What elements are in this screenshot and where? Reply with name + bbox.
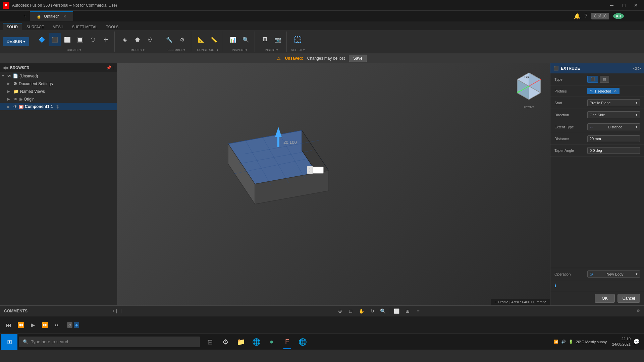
construct-tool-1[interactable]: 📐 bbox=[195, 33, 207, 46]
taper-field[interactable]: 0.0 deg bbox=[587, 147, 640, 154]
zoom-tool[interactable]: 🔍 bbox=[378, 306, 388, 316]
viewport-status: 1 Profile | Area : 6400.00 mm*2 bbox=[491, 299, 550, 305]
insert-label[interactable]: INSERT ▾ bbox=[265, 48, 278, 52]
maximize-button[interactable]: □ bbox=[619, 1, 629, 10]
edge-app[interactable]: 🌐 bbox=[249, 334, 264, 350]
bottom-toolbar: ⊕ □ ✋ ↻ 🔍 ⬜ ⊞ ≡ bbox=[124, 306, 634, 316]
user-avatar[interactable]: KH bbox=[613, 13, 624, 19]
notification-bell[interactable]: 🔔 bbox=[574, 13, 581, 19]
snap-tool[interactable]: ⊕ bbox=[335, 306, 345, 316]
help-icon[interactable]: ? bbox=[585, 13, 588, 19]
panel-expand-icon[interactable]: ▷ bbox=[638, 66, 641, 71]
eye-icon-2[interactable]: 👁 bbox=[13, 97, 17, 102]
construct-tool-2[interactable]: 📏 bbox=[208, 33, 220, 46]
tab-tools[interactable]: TOOLS bbox=[102, 23, 122, 30]
inspect-label[interactable]: INSPECT ▾ bbox=[232, 48, 247, 52]
taskbar-search[interactable]: 🔍 Type here to search bbox=[19, 337, 200, 347]
insert-tool-2[interactable]: 📷 bbox=[272, 33, 284, 46]
keyframe-icon-2[interactable]: ◆ bbox=[74, 322, 79, 328]
modify-tool-2[interactable]: ⬟ bbox=[131, 33, 144, 46]
distance-field[interactable]: 20 mm bbox=[587, 135, 640, 142]
tab-mesh[interactable]: MESH bbox=[49, 23, 67, 30]
create-tool-3[interactable]: ⬜ bbox=[61, 33, 73, 46]
profiles-clear-icon[interactable]: ✕ bbox=[614, 89, 617, 93]
insert-tool-1[interactable]: 🖼 bbox=[259, 33, 271, 46]
window-select-tool[interactable]: ⬜ bbox=[392, 306, 401, 316]
create-tool-1[interactable]: 🔷 bbox=[36, 33, 48, 46]
close-button[interactable]: ✕ bbox=[631, 1, 641, 10]
prev-frame-button[interactable]: ⏪ bbox=[16, 320, 25, 330]
display-mode-tool[interactable]: ⊞ bbox=[403, 306, 412, 316]
files-app[interactable]: 📁 bbox=[233, 334, 248, 350]
sidebar-item-named-views[interactable]: ▶ 📁 Named Views bbox=[0, 87, 117, 95]
taskview-app[interactable]: ⊟ bbox=[203, 334, 217, 350]
operation-dropdown[interactable]: ◷ New Body ▾ bbox=[587, 270, 640, 278]
chrome-app-2[interactable]: 🌐 bbox=[295, 334, 310, 350]
grid-tool[interactable]: □ bbox=[346, 306, 356, 316]
tab-solid[interactable]: SOLID bbox=[3, 23, 22, 30]
type-btn-1[interactable]: ⬛ bbox=[587, 76, 598, 83]
input-menu-button[interactable]: ⋮ bbox=[307, 166, 313, 174]
extent-type-dropdown[interactable]: ↔ Distance ▾ bbox=[587, 123, 640, 130]
new-tab-button[interactable]: + bbox=[20, 13, 30, 19]
settings-app[interactable]: ⚙ bbox=[218, 334, 233, 350]
nav-cube[interactable]: Top ↑ → ↙ FRONT bbox=[511, 66, 547, 103]
fusion-app[interactable]: F bbox=[280, 334, 294, 350]
design-button[interactable]: DESIGN ▾ bbox=[3, 37, 29, 46]
skip-start-button[interactable]: ⏮ bbox=[4, 320, 13, 330]
modify-label[interactable]: MODIFY ▾ bbox=[130, 48, 145, 52]
tab-surface[interactable]: SURFACE bbox=[22, 23, 48, 30]
tab-sheet-metal[interactable]: SHEET METAL bbox=[68, 23, 101, 30]
assemble-tool-2[interactable]: ⚙ bbox=[176, 33, 188, 46]
create-label[interactable]: CREATE ▾ bbox=[67, 48, 81, 52]
modify-tool-3[interactable]: ⚇ bbox=[144, 33, 156, 46]
tab-close-icon[interactable]: ✕ bbox=[63, 14, 66, 19]
eye-icon[interactable]: 👁 bbox=[7, 74, 11, 78]
sidebar-more-icon[interactable]: | bbox=[113, 65, 114, 70]
inspect-tool-2[interactable]: 🔍 bbox=[240, 33, 252, 46]
sidebar-item-component[interactable]: ▶ 👁 ◼ Component1:1 ◎ bbox=[0, 103, 117, 110]
viewport[interactable]: 20.100 ⋮ Top ↑ → ↙ FRONT bbox=[117, 63, 550, 305]
grid-display-tool[interactable]: ≡ bbox=[414, 306, 423, 316]
start-dropdown[interactable]: Profile Plane ▾ bbox=[587, 99, 640, 106]
chrome-app[interactable]: ● bbox=[264, 334, 279, 350]
comments-collapse-icon[interactable]: | bbox=[116, 309, 117, 313]
select-tool-1[interactable] bbox=[292, 33, 304, 46]
panel-collapse-icon[interactable]: ◁ bbox=[633, 66, 636, 71]
inspect-tool-1[interactable]: 📊 bbox=[227, 33, 239, 46]
assemble-tool-1[interactable]: 🔧 bbox=[163, 33, 175, 46]
skip-end-button[interactable]: ⏭ bbox=[52, 320, 62, 330]
create-tool-6[interactable]: ✛ bbox=[100, 33, 112, 46]
select-label[interactable]: SELECT ▾ bbox=[291, 48, 305, 52]
create-tool-4[interactable]: 🔲 bbox=[74, 33, 86, 46]
next-frame-button[interactable]: ⏩ bbox=[40, 320, 50, 330]
type-control: ⬛ ▤ bbox=[587, 76, 640, 83]
ok-button[interactable]: OK bbox=[595, 294, 614, 303]
minimize-button[interactable]: ─ bbox=[606, 1, 617, 10]
save-button[interactable]: Save bbox=[349, 55, 367, 62]
sidebar-item-doc-settings[interactable]: ▶ ⚙ Document Settings bbox=[0, 80, 117, 87]
profiles-row: Profiles ↖ 1 selected ✕ bbox=[550, 85, 644, 97]
construct-label[interactable]: CONSTRUCT ▾ bbox=[197, 48, 219, 52]
start-label: Start bbox=[554, 101, 585, 105]
sidebar-pin-icon[interactable]: 📌 bbox=[106, 65, 111, 70]
direction-dropdown[interactable]: One Side ▾ bbox=[587, 111, 640, 118]
cancel-button[interactable]: Cancel bbox=[618, 294, 640, 303]
document-tab[interactable]: 🔒 Untitled* ✕ bbox=[30, 11, 73, 21]
extrude-tool[interactable]: ⬛ bbox=[49, 33, 61, 46]
notifications-icon[interactable]: 💬 bbox=[633, 339, 640, 345]
modify-tool-1[interactable]: ◈ bbox=[119, 33, 131, 46]
profiles-selected-badge[interactable]: ↖ 1 selected ✕ bbox=[587, 88, 620, 94]
type-btn-2[interactable]: ▤ bbox=[600, 76, 609, 83]
sidebar-item-unsaved[interactable]: ▼ 👁 📄 (Unsaved) bbox=[0, 72, 117, 80]
create-tool-5[interactable]: ⬡ bbox=[87, 33, 99, 46]
assemble-label[interactable]: ASSEMBLE ▾ bbox=[167, 48, 185, 52]
start-button[interactable]: ⊞ bbox=[1, 334, 17, 350]
comments-add-icon[interactable]: + bbox=[112, 309, 115, 313]
pan-tool[interactable]: ✋ bbox=[357, 306, 366, 316]
eye-icon-3[interactable]: 👁 bbox=[13, 104, 17, 109]
orbit-tool[interactable]: ↻ bbox=[368, 306, 377, 316]
play-button[interactable]: ▶ bbox=[28, 320, 38, 330]
sidebar-item-origin[interactable]: ▶ 👁 ◉ Origin bbox=[0, 95, 117, 103]
keyframe-icon-1[interactable]: ◇ bbox=[67, 322, 72, 328]
